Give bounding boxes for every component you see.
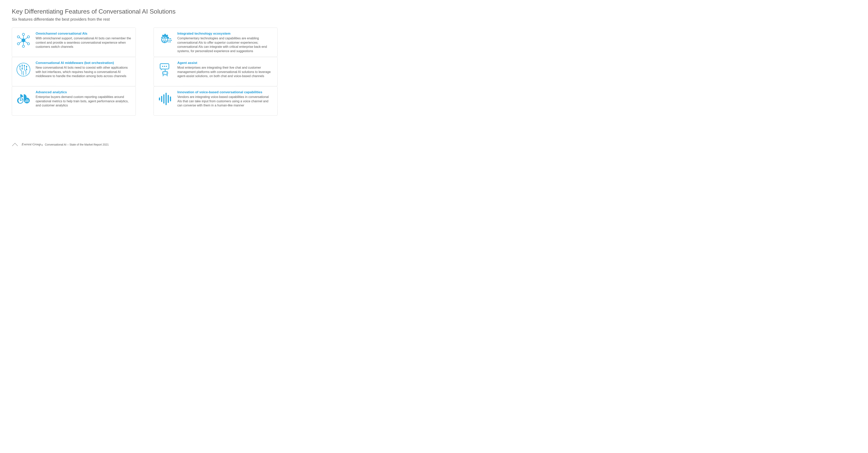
card-text: Advanced analytics Enterprise buyers dem… — [36, 90, 132, 107]
card-title: Agent assist — [177, 61, 273, 65]
svg-rect-38 — [162, 72, 168, 75]
circuit-board-icon — [16, 62, 31, 77]
card-desc: Vendors are integrating voice-based capa… — [177, 95, 273, 107]
svg-point-6 — [22, 38, 25, 42]
page-title: Key Differentiating Features of Conversa… — [12, 8, 278, 15]
registered-mark: ® — [41, 144, 43, 147]
feature-card: Agent assist Most enterprises are integr… — [154, 57, 278, 86]
svg-point-42 — [166, 73, 167, 73]
svg-point-41 — [163, 73, 164, 73]
svg-point-37 — [166, 66, 167, 67]
audio-wave-icon — [157, 91, 173, 107]
svg-point-35 — [162, 66, 163, 67]
card-text: Innovation of voice-based conversational… — [177, 90, 273, 107]
svg-point-14 — [19, 65, 21, 67]
svg-point-31 — [170, 38, 171, 39]
feature-card: Innovation of voice-based conversational… — [154, 86, 278, 116]
right-column: Integrated technology ecosystem Compleme… — [154, 28, 278, 116]
card-text: Conversational AI middleware (bot orches… — [36, 61, 132, 78]
svg-point-10 — [22, 45, 24, 47]
svg-point-33 — [170, 41, 171, 42]
svg-point-19 — [26, 69, 27, 70]
card-title: Conversational AI middleware (bot orches… — [36, 61, 132, 65]
card-desc: Enterprise buyers demand custom reportin… — [36, 95, 132, 107]
svg-point-18 — [22, 68, 23, 69]
footer-logo: Everest Group® — [22, 142, 43, 147]
card-desc: With omnichannel support, conversational… — [36, 36, 132, 49]
feature-columns: Omnichannel conversational AIs With omni… — [12, 28, 278, 116]
footer: Everest Group® Conversational AI – State… — [12, 142, 108, 147]
svg-point-36 — [164, 66, 165, 67]
logo-peak-icon — [12, 142, 20, 147]
card-title: Innovation of voice-based conversational… — [177, 90, 273, 94]
feature-card: Omnichannel conversational AIs With omni… — [12, 28, 136, 57]
left-column: Omnichannel conversational AIs With omni… — [12, 28, 136, 116]
card-desc: New conversational AI bots need to coexi… — [36, 65, 132, 78]
chat-bot-icon — [157, 62, 173, 77]
footer-report-name: Conversational AI – State of the Market … — [45, 143, 109, 147]
card-text: Omnichannel conversational AIs With omni… — [36, 31, 132, 49]
network-nodes-icon — [16, 32, 31, 48]
footer-brand: Everest Group — [22, 142, 41, 147]
page-subtitle: Six features differentiate the best prov… — [12, 17, 278, 22]
gear-globe-icon — [157, 32, 173, 48]
card-text: Agent assist Most enterprises are integr… — [177, 61, 273, 78]
card-title: Integrated technology ecosystem — [177, 32, 273, 36]
svg-point-9 — [27, 43, 30, 45]
feature-card: Advanced analytics Enterprise buyers dem… — [12, 86, 136, 116]
svg-point-32 — [171, 40, 172, 41]
card-title: Advanced analytics — [36, 90, 132, 94]
svg-point-16 — [24, 65, 25, 66]
feature-card: Integrated technology ecosystem Compleme… — [154, 28, 278, 57]
feature-card: Conversational AI middleware (bot orches… — [12, 57, 136, 86]
card-title: Omnichannel conversational AIs — [36, 32, 132, 36]
card-desc: Most enterprises are integrating their l… — [177, 65, 273, 78]
svg-point-11 — [17, 43, 20, 45]
svg-point-12 — [17, 36, 20, 38]
card-desc: Complementary technologies and capabilit… — [177, 36, 273, 53]
svg-point-17 — [26, 66, 27, 67]
card-text: Integrated technology ecosystem Compleme… — [177, 31, 273, 53]
svg-point-40 — [165, 69, 166, 70]
svg-point-7 — [22, 33, 24, 35]
svg-point-8 — [27, 36, 30, 38]
svg-point-15 — [22, 65, 23, 66]
analytics-icon — [16, 91, 31, 107]
